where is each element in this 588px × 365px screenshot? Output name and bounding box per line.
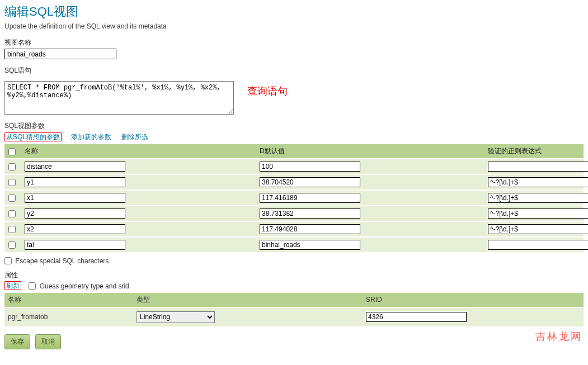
param-name-input[interactable] bbox=[25, 193, 125, 203]
attrs-header-name: 名称 bbox=[4, 293, 133, 307]
params-section-label: SQL视图参数 bbox=[4, 121, 584, 131]
page-subtitle: Update the definition of the SQL view an… bbox=[4, 22, 584, 30]
param-regex-input[interactable] bbox=[488, 177, 588, 187]
escape-sql-label: Escape special SQL characters bbox=[15, 257, 109, 265]
attrs-header-srid: SRID bbox=[363, 293, 584, 307]
param-row-checkbox[interactable] bbox=[8, 226, 16, 233]
attrs-header-type: 类型 bbox=[133, 293, 363, 307]
params-table: 名称 D默认值 验证的正则表达式 bbox=[4, 144, 584, 252]
params-header-regex: 验证的正则表达式 bbox=[484, 144, 584, 159]
sql-annotation: 查询语句 bbox=[247, 84, 288, 98]
sql-label: SQL语句 bbox=[4, 66, 584, 75]
attr-name-cell: pgr_fromatob bbox=[4, 307, 133, 326]
param-row-checkbox[interactable] bbox=[8, 195, 16, 202]
attr-srid-input[interactable] bbox=[366, 312, 467, 322]
remove-selected-link[interactable]: 删除所选 bbox=[121, 133, 148, 141]
param-default-input[interactable] bbox=[260, 208, 360, 219]
param-regex-input[interactable] bbox=[488, 208, 588, 219]
params-header-name: 名称 bbox=[21, 144, 256, 159]
sql-textarea[interactable]: SELECT * FROM pgr_fromAtoB('%tal%', %x1%… bbox=[4, 81, 234, 115]
param-row bbox=[4, 190, 584, 206]
view-name-label: 视图名称 bbox=[4, 38, 584, 48]
param-name-input[interactable] bbox=[25, 177, 125, 187]
param-name-input[interactable] bbox=[25, 224, 125, 234]
add-param-link[interactable]: 添加新的参数 bbox=[71, 133, 111, 141]
param-regex-input[interactable] bbox=[488, 162, 588, 172]
attributes-section-label: 属性 bbox=[4, 271, 584, 280]
param-default-input[interactable] bbox=[260, 240, 360, 250]
param-default-input[interactable] bbox=[260, 162, 360, 172]
param-row bbox=[4, 237, 584, 252]
attributes-table: 名称 类型 SRID pgr_fromatob LineString bbox=[4, 293, 584, 326]
param-name-input[interactable] bbox=[25, 208, 125, 219]
params-header-default: D默认值 bbox=[256, 144, 484, 159]
attribute-row: pgr_fromatob LineString bbox=[4, 307, 584, 326]
param-row-checkbox[interactable] bbox=[8, 179, 16, 186]
param-regex-input[interactable] bbox=[488, 193, 588, 203]
cancel-button[interactable]: 取消 bbox=[35, 334, 61, 349]
param-regex-input[interactable] bbox=[488, 240, 588, 250]
param-row bbox=[4, 174, 584, 190]
param-row bbox=[4, 159, 584, 174]
page-title: 编辑SQL视图 bbox=[4, 3, 584, 20]
save-button[interactable]: 保存 bbox=[4, 334, 30, 349]
refresh-link[interactable]: 刷新 bbox=[4, 281, 21, 290]
view-name-input[interactable] bbox=[4, 49, 116, 59]
escape-sql-checkbox[interactable] bbox=[4, 257, 12, 264]
guess-geom-label: Guess geometry type and srid bbox=[40, 282, 129, 290]
param-regex-input[interactable] bbox=[488, 224, 588, 234]
guess-geom-checkbox[interactable] bbox=[29, 282, 36, 290]
attr-type-select[interactable]: LineString bbox=[137, 311, 215, 323]
param-row-checkbox[interactable] bbox=[8, 163, 16, 170]
param-default-input[interactable] bbox=[260, 224, 360, 234]
param-row-checkbox[interactable] bbox=[8, 210, 16, 217]
param-row-checkbox[interactable] bbox=[8, 241, 16, 249]
param-name-input[interactable] bbox=[25, 240, 125, 250]
param-name-input[interactable] bbox=[25, 162, 125, 172]
param-default-input[interactable] bbox=[260, 193, 360, 203]
select-all-checkbox[interactable] bbox=[8, 148, 16, 155]
param-row bbox=[4, 221, 584, 237]
guess-params-link[interactable]: 从SQL猜想的参数 bbox=[4, 132, 62, 141]
param-default-input[interactable] bbox=[260, 177, 360, 187]
param-row bbox=[4, 206, 584, 221]
